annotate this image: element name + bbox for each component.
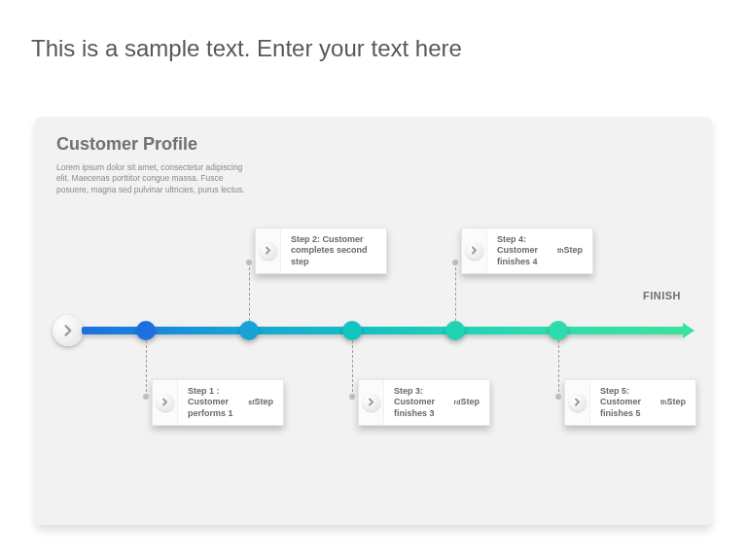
timeline-node-4 [445, 321, 465, 340]
step-callout-4: Step 4: Customer finishes 4th Step [461, 228, 593, 274]
timeline-track [82, 327, 685, 334]
finish-label: FINISH [643, 290, 681, 301]
chevron-right-icon [363, 394, 380, 411]
connector-5 [558, 340, 559, 397]
callout-bullet [256, 228, 281, 273]
callout-bullet [359, 380, 384, 425]
timeline-node-1 [136, 321, 156, 340]
content-panel: Customer Profile Lorem ipsum dolor sit a… [35, 117, 712, 525]
step-callout-2: Step 2: Customer completes second step [255, 228, 387, 274]
chevron-right-icon [157, 394, 174, 411]
callout-bullet [565, 380, 590, 425]
callout-bullet [462, 228, 487, 273]
connector-dot-3 [349, 394, 355, 400]
step-label-2: Step 2: Customer completes second step [281, 228, 386, 273]
timeline-node-5 [549, 321, 568, 340]
chevron-right-icon [61, 324, 75, 337]
connector-dot-2 [246, 260, 252, 265]
timeline-start-marker [53, 315, 84, 346]
timeline-node-2 [239, 321, 259, 340]
step-callout-5: Step 5: Customer finishes 5th Step [564, 379, 696, 426]
connector-dot-1 [143, 394, 149, 400]
panel-heading: Customer Profile [56, 134, 691, 155]
chevron-right-icon [260, 242, 277, 260]
step-label-4: Step 4: Customer finishes 4th Step [487, 228, 592, 273]
connector-1 [146, 340, 147, 397]
timeline-node-3 [342, 321, 362, 340]
panel-description: Lorem ipsum dolor sit amet, consectetur … [56, 162, 251, 195]
title-area: This is a sample text. Enter your text h… [31, 35, 716, 62]
chevron-right-icon [466, 242, 483, 260]
connector-3 [352, 340, 353, 397]
step-callout-3: Step 3: Customer finishes 3rd Step [358, 379, 490, 426]
chevron-right-icon [569, 394, 587, 411]
timeline: FINISH [35, 311, 712, 350]
connector-2 [249, 262, 250, 321]
step-callout-1: Step 1 : Customer performs 1st Step [152, 379, 284, 426]
page-title: This is a sample text. Enter your text h… [31, 35, 716, 62]
step-label-5: Step 5: Customer finishes 5th Step [590, 380, 695, 425]
step-label-1: Step 1 : Customer performs 1st Step [178, 380, 283, 425]
callout-bullet [153, 380, 178, 425]
slide: This is a sample text. Enter your text h… [0, 0, 747, 560]
timeline-arrowhead [683, 323, 694, 338]
connector-4 [455, 262, 456, 321]
connector-dot-5 [555, 394, 561, 400]
step-label-3: Step 3: Customer finishes 3rd Step [384, 380, 489, 425]
connector-dot-4 [452, 260, 458, 265]
